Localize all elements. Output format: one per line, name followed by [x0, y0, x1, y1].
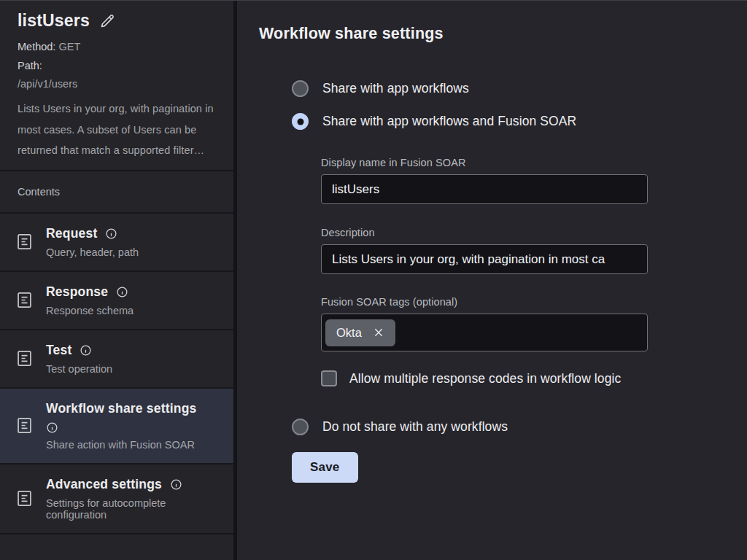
sidebar-item-subtitle: Test operation	[46, 363, 112, 375]
info-icon[interactable]	[170, 478, 182, 491]
description-label: Description	[321, 227, 648, 238]
sidebar-item-label: Workflow share settings	[46, 401, 197, 416]
operation-description: Lists Users in your org, with pagination…	[18, 98, 216, 161]
sidebar-item-subtitle: Settings for autocomplete configuration	[46, 497, 222, 521]
radio-share-app-workflows[interactable]: Share with app workflows	[292, 80, 747, 97]
pencil-icon[interactable]	[98, 12, 116, 30]
path-value: /api/v1/users	[18, 78, 216, 90]
sidebar-item-label: Response	[46, 284, 108, 300]
contents-header: Contents	[0, 171, 233, 212]
description-input[interactable]	[321, 244, 648, 274]
tag-chip-okta: Okta	[325, 319, 395, 346]
display-name-input[interactable]	[321, 174, 648, 204]
method-label: Method:	[18, 41, 55, 52]
checkbox-label: Allow multiple response codes in workflo…	[349, 371, 621, 386]
workflow-share-settings-panel: Workflow share settings Share with app w…	[241, 1, 747, 560]
sidebar-item-label: Test	[46, 343, 71, 358]
operation-title: listUsers	[18, 11, 90, 31]
document-icon	[15, 349, 34, 368]
sidebar: listUsers Method: GET Path: /api/v1/user…	[0, 1, 237, 560]
radio-share-app-workflows-fusion-soar[interactable]: Share with app workflows and Fusion SOAR	[292, 113, 747, 130]
sidebar-item-request[interactable]: Request Query, header, path	[0, 212, 233, 271]
tag-chip-label: Okta	[336, 326, 362, 340]
fusion-soar-form: Display name in Fusion SOAR Description …	[321, 157, 648, 386]
sidebar-item-response[interactable]: Response Response schema	[0, 271, 233, 329]
radio-label: Share with app workflows and Fusion SOAR	[322, 114, 576, 129]
radio-button-unselected[interactable]	[292, 80, 309, 97]
tags-input[interactable]: Okta	[321, 314, 648, 351]
info-icon[interactable]	[46, 421, 58, 434]
page-title: Workflow share settings	[259, 25, 747, 43]
sidebar-item-subtitle: Response schema	[46, 305, 133, 316]
operation-summary: listUsers Method: GET Path: /api/v1/user…	[0, 1, 233, 170]
tags-label: Fusion SOAR tags (optional)	[321, 296, 648, 308]
multiple-response-codes-row[interactable]: Allow multiple response codes in workflo…	[321, 370, 648, 386]
close-icon[interactable]	[373, 327, 384, 338]
document-icon	[15, 290, 34, 310]
sidebar-item-subtitle: Share action with Fusion SOAR	[46, 439, 197, 451]
radio-label: Share with app workflows	[322, 81, 469, 96]
sidebar-item-label: Request	[46, 226, 97, 241]
method-value: GET	[58, 41, 80, 52]
radio-label: Do not share with any workflows	[322, 419, 508, 435]
save-button[interactable]: Save	[292, 452, 358, 483]
sidebar-item-label: Advanced settings	[46, 477, 162, 492]
sidebar-item-subtitle: Query, header, path	[46, 246, 139, 258]
info-icon[interactable]	[80, 344, 92, 357]
document-icon	[15, 489, 34, 508]
info-icon[interactable]	[116, 286, 128, 298]
path-label: Path:	[18, 60, 42, 71]
document-icon	[15, 232, 34, 252]
radio-button-selected[interactable]	[292, 113, 309, 130]
sidebar-item-advanced-settings[interactable]: Advanced settings Settings for autocompl…	[0, 463, 233, 533]
sidebar-item-test[interactable]: Test Test operation	[0, 329, 233, 387]
display-name-label: Display name in Fusion SOAR	[321, 157, 648, 168]
document-icon	[15, 416, 34, 435]
path-row: Path: /api/v1/users	[18, 60, 216, 90]
radio-do-not-share[interactable]: Do not share with any workflows	[292, 419, 747, 435]
method-row: Method: GET	[18, 41, 216, 52]
radio-button-unselected[interactable]	[292, 419, 309, 435]
info-icon[interactable]	[105, 228, 117, 240]
sidebar-filler	[0, 534, 233, 560]
checkbox-unchecked[interactable]	[321, 370, 337, 386]
sidebar-item-workflow-share-settings[interactable]: Workflow share settings Share action wit…	[0, 387, 233, 463]
